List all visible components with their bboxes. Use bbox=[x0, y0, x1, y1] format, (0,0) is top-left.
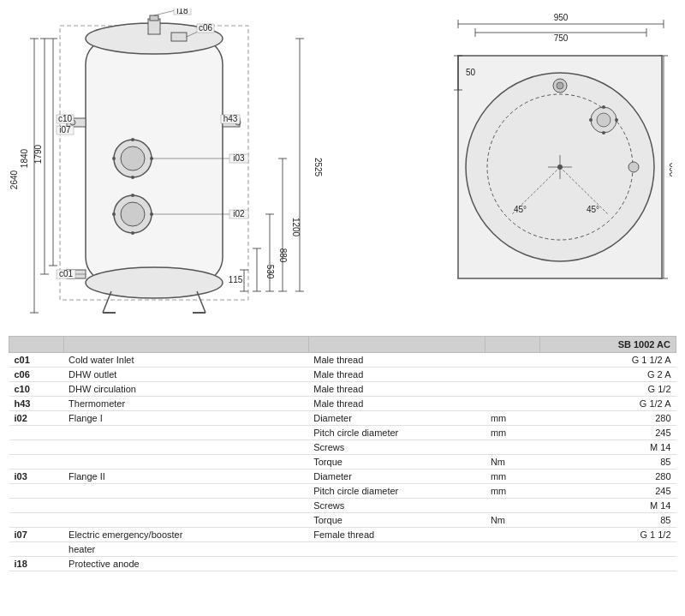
row-value: G 1/2 A bbox=[539, 397, 676, 411]
svg-text:530: 530 bbox=[265, 265, 275, 279]
row-desc: heater bbox=[63, 542, 308, 557]
top-view-diagram: 950 750 690 bbox=[454, 9, 676, 326]
row-unit bbox=[485, 353, 540, 368]
svg-text:c06: c06 bbox=[199, 23, 213, 33]
svg-point-15 bbox=[121, 147, 145, 170]
row-value: G 1 1/2 bbox=[539, 528, 676, 542]
row-desc bbox=[63, 484, 308, 499]
row-desc bbox=[63, 513, 308, 528]
row-type: Male thread bbox=[308, 397, 485, 411]
svg-point-3 bbox=[86, 267, 223, 298]
table-row: i18 Protective anode bbox=[9, 557, 676, 571]
svg-point-108 bbox=[602, 105, 605, 109]
table-row: c10 DHW circulation Male thread G 1/2 bbox=[9, 382, 676, 397]
row-value: 280 bbox=[539, 469, 676, 484]
svg-text:2525: 2525 bbox=[313, 158, 323, 177]
svg-text:50: 50 bbox=[466, 68, 476, 77]
svg-point-11 bbox=[131, 231, 134, 235]
row-type: Screws bbox=[308, 440, 485, 455]
row-type: Male thread bbox=[308, 368, 485, 382]
svg-text:i02: i02 bbox=[233, 209, 245, 218]
row-desc bbox=[63, 440, 308, 455]
svg-point-17 bbox=[131, 176, 134, 179]
row-unit bbox=[485, 542, 540, 557]
row-unit: mm bbox=[485, 426, 540, 440]
row-unit bbox=[485, 440, 540, 455]
row-unit: mm bbox=[485, 411, 540, 426]
table-row: i07 Electric emergency/booster Female th… bbox=[9, 528, 676, 542]
row-type: Male thread bbox=[308, 382, 485, 397]
svg-text:i18: i18 bbox=[176, 9, 188, 15]
row-type: Screws bbox=[308, 499, 485, 513]
spec-table: SB 1002 AC c01 Cold water Inlet Male thr… bbox=[9, 336, 676, 571]
svg-point-107 bbox=[597, 113, 611, 127]
row-desc bbox=[63, 426, 308, 440]
row-value: M 14 bbox=[539, 440, 676, 455]
svg-point-10 bbox=[131, 194, 134, 197]
svg-text:690: 690 bbox=[668, 163, 672, 177]
row-value bbox=[539, 542, 676, 557]
row-desc: Protective anode bbox=[63, 557, 308, 571]
row-value bbox=[539, 557, 676, 571]
svg-point-111 bbox=[615, 118, 618, 122]
row-value: 245 bbox=[539, 426, 676, 440]
row-unit: mm bbox=[485, 469, 540, 484]
svg-point-110 bbox=[589, 118, 593, 122]
row-desc: Cold water Inlet bbox=[63, 353, 308, 368]
row-type: Torque bbox=[308, 513, 485, 528]
svg-point-101 bbox=[628, 162, 639, 172]
row-code bbox=[9, 440, 64, 455]
svg-text:880: 880 bbox=[278, 248, 288, 263]
row-desc bbox=[63, 499, 308, 513]
row-code: c01 bbox=[9, 353, 64, 368]
row-type: Male thread bbox=[308, 353, 485, 368]
svg-text:45°: 45° bbox=[514, 205, 527, 214]
row-desc: Electric emergency/booster bbox=[63, 528, 308, 542]
table-row: h43 Thermometer Male thread G 1/2 A bbox=[9, 397, 676, 411]
row-desc bbox=[63, 455, 308, 469]
row-type: Torque bbox=[308, 455, 485, 469]
row-desc: Flange II bbox=[63, 469, 308, 484]
svg-text:1200: 1200 bbox=[291, 218, 301, 237]
svg-text:c01: c01 bbox=[59, 269, 74, 278]
row-code: i07 bbox=[9, 528, 64, 542]
row-code bbox=[9, 484, 64, 499]
side-view-diagram: 2640 1840 1790 2525 bbox=[9, 9, 445, 326]
table-row: i03 Flange II Diameter mm 280 bbox=[9, 469, 676, 484]
table-row: Screws M 14 bbox=[9, 440, 676, 455]
svg-rect-1 bbox=[86, 39, 223, 283]
svg-text:i07: i07 bbox=[59, 125, 71, 135]
table-row: Torque Nm 85 bbox=[9, 513, 676, 528]
row-type: Pitch circle diameter bbox=[308, 484, 485, 499]
svg-point-12 bbox=[112, 212, 116, 216]
row-desc: DHW outlet bbox=[63, 368, 308, 382]
row-value: 85 bbox=[539, 455, 676, 469]
row-type bbox=[308, 542, 485, 557]
row-code: c06 bbox=[9, 368, 64, 382]
svg-text:45°: 45° bbox=[587, 205, 599, 214]
row-type: Diameter bbox=[308, 469, 485, 484]
row-unit: Nm bbox=[485, 513, 540, 528]
row-value: G 2 A bbox=[539, 368, 676, 382]
row-unit bbox=[485, 382, 540, 397]
row-code bbox=[9, 455, 64, 469]
row-type: Female thread bbox=[308, 528, 485, 542]
table-row: i02 Flange I Diameter mm 280 bbox=[9, 411, 676, 426]
svg-text:h43: h43 bbox=[223, 114, 238, 123]
row-code: i03 bbox=[9, 469, 64, 484]
row-value: 85 bbox=[539, 513, 676, 528]
row-code bbox=[9, 513, 64, 528]
svg-point-18 bbox=[112, 157, 116, 160]
row-unit bbox=[485, 528, 540, 542]
row-desc: Thermometer bbox=[63, 397, 308, 411]
col-header-desc bbox=[63, 337, 308, 353]
svg-rect-20 bbox=[148, 19, 160, 34]
row-code: h43 bbox=[9, 397, 64, 411]
row-code bbox=[9, 426, 64, 440]
svg-text:2640: 2640 bbox=[9, 170, 19, 189]
svg-line-60 bbox=[154, 10, 176, 15]
row-unit bbox=[485, 499, 540, 513]
table-row: c06 DHW outlet Male thread G 2 A bbox=[9, 368, 676, 382]
row-unit: Nm bbox=[485, 455, 540, 469]
row-unit bbox=[485, 368, 540, 382]
